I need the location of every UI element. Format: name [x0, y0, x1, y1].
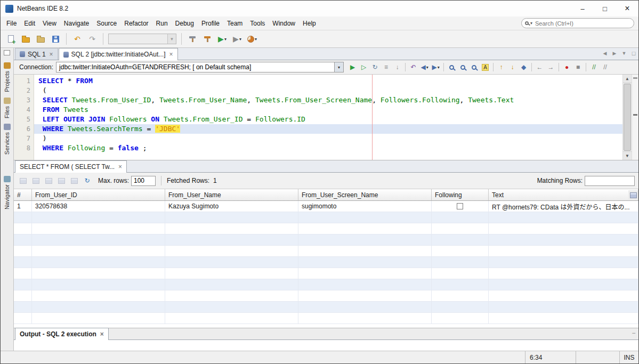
undo-button[interactable]: ↶: [70, 32, 84, 46]
scroll-tabs-right-button[interactable]: ▶: [610, 48, 619, 59]
table-settings-button[interactable]: [628, 190, 638, 200]
menu-refactor[interactable]: Refactor: [120, 18, 152, 29]
code-line: 6 WHERE Tweets.SearchTerms = 'JDBC': [14, 124, 638, 134]
new-file-button[interactable]: [4, 32, 18, 46]
sidebar-item-label: Files: [4, 106, 10, 118]
menu-profile[interactable]: Profile: [198, 18, 223, 29]
close-button[interactable]: ×: [616, 1, 638, 17]
menu-tools[interactable]: Tools: [246, 18, 269, 29]
toggle-highlight-icon[interactable]: A: [480, 62, 491, 73]
scroll-up-button[interactable]: ▲: [623, 75, 632, 83]
forward-icon[interactable]: ▶▾: [430, 62, 441, 73]
code-token: Tweets.From_User_ID: [159, 115, 247, 123]
shift-right-icon[interactable]: →: [545, 62, 556, 73]
restore-window-icon[interactable]: [4, 50, 10, 55]
uncomment-icon[interactable]: //: [600, 62, 611, 73]
tab-output[interactable]: Output - SQL 2 execution ×: [15, 328, 109, 340]
following-checkbox[interactable]: [457, 203, 463, 209]
keep-prior-tabs-icon[interactable]: ≡: [381, 62, 392, 73]
cell: sugimomoto: [298, 201, 432, 212]
sql-editor[interactable]: 1SELECT * FROM2 (3 SELECT Tweets.From_Us…: [14, 75, 638, 160]
back-icon[interactable]: ◀▾: [419, 62, 430, 73]
clean-build-button[interactable]: [200, 32, 214, 46]
tab-list-button[interactable]: ▼: [619, 48, 629, 59]
menu-help[interactable]: Help: [299, 18, 320, 29]
close-tab-icon[interactable]: ×: [50, 51, 53, 58]
run-project-button[interactable]: ▶▾: [215, 32, 229, 46]
menu-view[interactable]: View: [39, 18, 60, 29]
column-header[interactable]: From_User_ID: [32, 189, 165, 200]
maximize-editor-button[interactable]: □: [629, 48, 638, 59]
close-tab-icon[interactable]: ×: [169, 51, 173, 58]
chevron-down-icon[interactable]: ▾: [334, 62, 343, 72]
config-combo[interactable]: ▼: [108, 34, 176, 44]
save-all-button[interactable]: [48, 32, 62, 46]
debug-project-button[interactable]: ▶▾: [230, 32, 244, 46]
run-sql-icon[interactable]: ▶: [347, 62, 358, 73]
tab-sql2[interactable]: SQL 2 [jdbc:twitter:InitiateOAut...] ×: [59, 48, 178, 60]
minimize-output-button[interactable]: −: [629, 328, 638, 338]
cell: [165, 290, 298, 301]
output-content[interactable]: [14, 340, 638, 351]
find-selection-icon[interactable]: [446, 62, 457, 73]
search-input[interactable]: [534, 20, 630, 27]
code-token: ;: [139, 144, 147, 152]
code-token: Tweets.From_User_Name: [155, 96, 247, 104]
build-project-button[interactable]: [185, 32, 199, 46]
find-next-icon[interactable]: [457, 62, 468, 73]
table-row[interactable]: 1320578638Kazuya SugimotosugimomotoRT @h…: [14, 201, 638, 212]
next-bookmark-icon[interactable]: ↓: [507, 62, 518, 73]
toggle-bookmark-icon[interactable]: ◆: [518, 62, 529, 73]
open-file-button[interactable]: [34, 32, 47, 46]
editor-scrollbar[interactable]: ▲ ▼: [622, 75, 632, 160]
maximize-button[interactable]: □: [594, 1, 616, 17]
refresh-records-button[interactable]: ↻: [82, 175, 93, 187]
run-statement-icon[interactable]: ▷: [358, 62, 369, 73]
profile-project-button[interactable]: ▾: [245, 32, 259, 46]
last-edit-icon[interactable]: ↶: [408, 62, 419, 73]
redo-button[interactable]: ↷: [85, 32, 99, 46]
scroll-tabs-left-button[interactable]: ◀: [600, 48, 610, 59]
column-header[interactable]: #: [14, 189, 32, 200]
previous-bookmark-icon[interactable]: ↑: [496, 62, 507, 73]
menu-edit[interactable]: Edit: [20, 18, 39, 29]
code-text: WHERE Tweets.SearchTerms = 'JDBC': [34, 124, 638, 134]
code-token: (: [38, 86, 47, 94]
menu-window[interactable]: Window: [269, 18, 299, 29]
sidebar-item-files[interactable]: Files: [4, 95, 11, 121]
tab-sql1[interactable]: SQL 1 ×: [15, 48, 58, 60]
sidebar-item-projects[interactable]: Projects: [4, 60, 11, 95]
connection-combo[interactable]: jdbc:twitter:InitiateOAuth=GETANDREFRESH…: [56, 62, 344, 72]
close-tab-icon[interactable]: ×: [100, 330, 104, 338]
max-rows-input[interactable]: [131, 176, 156, 186]
open-project-button[interactable]: [19, 32, 33, 46]
close-tab-icon[interactable]: ×: [118, 163, 122, 171]
results-table-body: 1320578638Kazuya SugimotosugimomotoRT @h…: [14, 201, 638, 328]
menu-navigate[interactable]: Navigate: [60, 18, 93, 29]
scroll-down-button[interactable]: ▼: [623, 151, 632, 160]
stop-macro-icon[interactable]: ■: [572, 62, 584, 73]
sql-history-icon[interactable]: ↻: [369, 62, 381, 73]
menu-source[interactable]: Source: [93, 18, 120, 29]
comment-icon[interactable]: //: [588, 62, 600, 73]
matching-rows-input[interactable]: [585, 176, 635, 186]
sidebar-item-services[interactable]: Services: [4, 121, 11, 157]
tab-results[interactable]: SELECT * FROM ( SELECT Tw... ×: [15, 160, 127, 173]
sidebar-item-navigator[interactable]: Navigator: [4, 173, 11, 212]
export-data-icon[interactable]: ↓: [392, 62, 403, 73]
scrollbar-thumb[interactable]: [624, 84, 631, 151]
table-row-empty: [14, 290, 638, 302]
menu-debug[interactable]: Debug: [172, 18, 198, 29]
menu-team[interactable]: Team: [223, 18, 246, 29]
menu-run[interactable]: Run: [152, 18, 172, 29]
column-header[interactable]: From_User_Screen_Name: [298, 189, 432, 200]
shift-left-icon[interactable]: ←: [534, 62, 545, 73]
minimize-button[interactable]: –: [571, 1, 594, 17]
search-box[interactable]: ▾: [521, 18, 634, 28]
menu-file[interactable]: File: [3, 18, 20, 29]
column-header[interactable]: Following: [432, 189, 489, 200]
column-header[interactable]: Text: [489, 189, 638, 200]
column-header[interactable]: From_User_Name: [165, 189, 298, 200]
find-previous-icon[interactable]: [468, 62, 480, 73]
record-macro-icon[interactable]: ●: [561, 62, 572, 73]
